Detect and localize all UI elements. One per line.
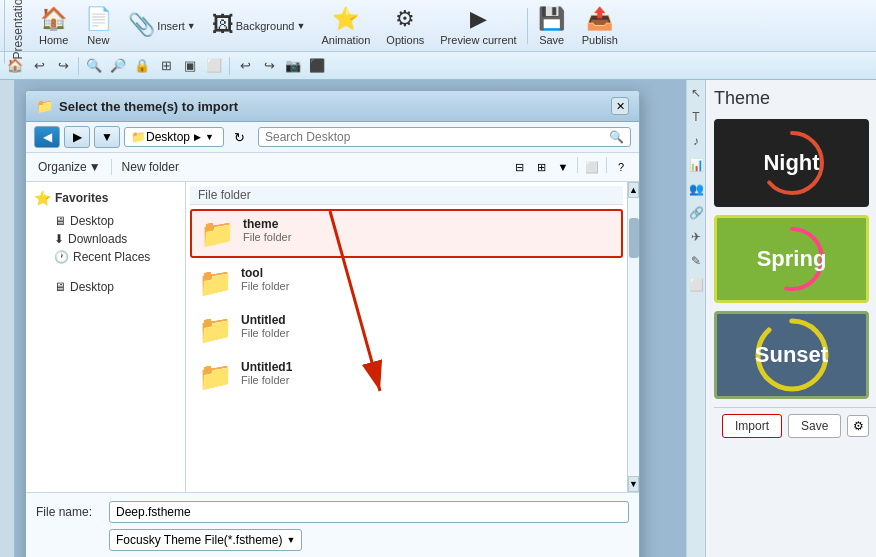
toolbar-insert[interactable]: 📎 Insert ▼ bbox=[120, 0, 203, 51]
nav-search-bar[interactable]: 🔍 bbox=[258, 127, 631, 147]
rp-music-icon[interactable]: ♪ bbox=[687, 132, 705, 150]
favorites-section[interactable]: ⭐ Favorites bbox=[34, 190, 177, 206]
nav-location-dropdown[interactable]: 📁 Desktop ▶ ▼ bbox=[124, 127, 224, 147]
filetype-value: Focusky Theme File(*.fstheme) bbox=[116, 533, 283, 547]
view-grid-icon[interactable]: ⊞ bbox=[531, 157, 551, 177]
save-icon: 💾 bbox=[538, 6, 565, 32]
new-folder-button[interactable]: New folder bbox=[118, 158, 183, 176]
nav-back-button[interactable]: ◀ bbox=[34, 126, 60, 148]
main-area: 📁 Select the theme(s) to import ✕ ◀ ▶ ▼ … bbox=[0, 80, 876, 557]
main-toolbar: Presentation 🏠 Home 📄 New 📎 Insert ▼ 🖼 B… bbox=[0, 0, 876, 52]
tb2-redo[interactable]: ↪ bbox=[258, 55, 280, 77]
toolbar-save-label: Save bbox=[539, 34, 564, 46]
file-item-theme[interactable]: 📁 theme File folder bbox=[190, 209, 623, 258]
import-button[interactable]: Import bbox=[722, 414, 782, 438]
file-item-untitled1[interactable]: 📁 Untitled1 File folder bbox=[190, 354, 623, 399]
toolbar-insert-label: Insert bbox=[157, 20, 185, 32]
tool-file-info: tool File folder bbox=[241, 266, 289, 292]
dialog-file-list: File folder 📁 theme File folder bbox=[186, 182, 627, 492]
rp-chart-icon[interactable]: 📊 bbox=[687, 156, 705, 174]
downloads-icon: ⬇ bbox=[54, 232, 64, 246]
toolbar-save[interactable]: 💾 Save bbox=[530, 0, 574, 51]
file-header-text: File folder bbox=[198, 188, 251, 202]
dialog-body: ⭐ Favorites 🖥 Desktop ⬇ Downloads 🕐 bbox=[26, 182, 639, 492]
toolbar-background-label: Background bbox=[236, 20, 295, 32]
nav-forward-button[interactable]: ▶ bbox=[64, 126, 90, 148]
tool-file-name: tool bbox=[241, 266, 289, 280]
help-icon[interactable]: ? bbox=[611, 157, 631, 177]
scrollbar-down-button[interactable]: ▼ bbox=[628, 476, 639, 492]
nav-refresh-button[interactable]: ↻ bbox=[228, 126, 250, 148]
new-folder-label: New folder bbox=[122, 160, 179, 174]
rp-frame-icon[interactable]: ⬜ bbox=[687, 276, 705, 294]
tb2-zoom-in[interactable]: 🔍 bbox=[83, 55, 105, 77]
night-label: Night bbox=[763, 150, 819, 176]
background-dropdown-arrow: ▼ bbox=[297, 21, 306, 31]
tree-item-downloads[interactable]: ⬇ Downloads bbox=[34, 230, 177, 248]
tb2-grid[interactable]: ⊞ bbox=[155, 55, 177, 77]
toolbar-home[interactable]: 🏠 Home bbox=[31, 0, 76, 51]
rp-people-icon[interactable]: 👥 bbox=[687, 180, 705, 198]
theme-gear-button[interactable]: ⚙ bbox=[847, 415, 869, 437]
tb2-lock[interactable]: 🔒 bbox=[131, 55, 153, 77]
publish-icon: 📤 bbox=[586, 6, 613, 32]
filetype-dropdown[interactable]: Focusky Theme File(*.fstheme) ▼ bbox=[109, 529, 302, 551]
dlg-view-icons: ⊟ ⊞ ▼ ⬜ ? bbox=[509, 157, 631, 177]
tb2-crop[interactable]: ⬛ bbox=[306, 55, 328, 77]
view-tiles-icon[interactable]: ⬜ bbox=[582, 157, 602, 177]
theme-save-button[interactable]: Save bbox=[788, 414, 841, 438]
toolbar-background[interactable]: 🖼 Background ▼ bbox=[204, 0, 314, 51]
new-icon: 📄 bbox=[85, 6, 112, 32]
tb2-forward[interactable]: ↪ bbox=[52, 55, 74, 77]
file-item-tool[interactable]: 📁 tool File folder bbox=[190, 260, 623, 305]
tree-item-recent[interactable]: 🕐 Recent Places bbox=[34, 248, 177, 266]
untitled-file-name: Untitled bbox=[241, 313, 289, 327]
search-icon: 🔍 bbox=[609, 130, 624, 144]
rp-edit-icon[interactable]: ✎ bbox=[687, 252, 705, 270]
theme-card-spring[interactable]: Spring bbox=[714, 215, 869, 303]
theme-card-sunset[interactable]: Sunset bbox=[714, 311, 869, 399]
scrollbar-thumb[interactable] bbox=[629, 218, 639, 258]
rp-link-icon[interactable]: 🔗 bbox=[687, 204, 705, 222]
tb2-undo[interactable]: ↩ bbox=[234, 55, 256, 77]
toolbar-new[interactable]: 📄 New bbox=[76, 0, 120, 51]
scrollbar-up-button[interactable]: ▲ bbox=[628, 182, 639, 198]
tree-item-desktop2[interactable]: 🖥 Desktop bbox=[34, 278, 177, 296]
toolbar-preview[interactable]: ▶ Preview current bbox=[432, 0, 524, 51]
home-icon: 🏠 bbox=[40, 6, 67, 32]
untitled1-folder-icon: 📁 bbox=[198, 360, 233, 393]
tb2-back[interactable]: ↩ bbox=[28, 55, 50, 77]
desktop2-icon: 🖥 bbox=[54, 280, 66, 294]
dialog-scrollbar[interactable]: ▲ ▼ bbox=[627, 182, 639, 492]
nav-search-input[interactable] bbox=[265, 130, 609, 144]
nav-recent-button[interactable]: ▼ bbox=[94, 126, 120, 148]
tb2-zoom-out[interactable]: 🔎 bbox=[107, 55, 129, 77]
untitled-file-type: File folder bbox=[241, 327, 289, 339]
dialog-close-button[interactable]: ✕ bbox=[611, 97, 629, 115]
toolbar-publish[interactable]: 📤 Publish bbox=[574, 0, 626, 51]
untitled-file-info: Untitled File folder bbox=[241, 313, 289, 339]
dialog-title-left: 📁 Select the theme(s) to import bbox=[36, 98, 238, 114]
toolbar-options[interactable]: ⚙ Options bbox=[378, 0, 432, 51]
right-panel-inner: ↖ T ♪ 📊 👥 🔗 ✈ ✎ ⬜ Theme Night bbox=[687, 80, 876, 557]
toolbar-animation[interactable]: ⭐ Animation bbox=[313, 0, 378, 51]
theme-panel: Theme Night Spring bbox=[706, 80, 876, 557]
tb2-camera[interactable]: 📷 bbox=[282, 55, 304, 77]
theme-card-night[interactable]: Night bbox=[714, 119, 869, 207]
favorites-star-icon: ⭐ bbox=[34, 190, 51, 206]
theme-file-type: File folder bbox=[243, 231, 291, 243]
rp-plane-icon[interactable]: ✈ bbox=[687, 228, 705, 246]
dialog-nav: ◀ ▶ ▼ 📁 Desktop ▶ ▼ ↻ 🔍 bbox=[26, 122, 639, 153]
view-list-icon[interactable]: ⊟ bbox=[509, 157, 529, 177]
tree-item-desktop[interactable]: 🖥 Desktop bbox=[34, 212, 177, 230]
tb2-frame2[interactable]: ⬜ bbox=[203, 55, 225, 77]
tb2-frame[interactable]: ▣ bbox=[179, 55, 201, 77]
view-dropdown-icon[interactable]: ▼ bbox=[553, 157, 573, 177]
rp-text-icon[interactable]: T bbox=[687, 108, 705, 126]
filename-input[interactable] bbox=[109, 501, 629, 523]
spring-label: Spring bbox=[757, 246, 827, 272]
organize-dropdown[interactable]: Organize ▼ bbox=[34, 158, 105, 176]
rp-cursor-icon[interactable]: ↖ bbox=[687, 84, 705, 102]
sunset-label: Sunset bbox=[755, 342, 828, 368]
file-item-untitled[interactable]: 📁 Untitled File folder bbox=[190, 307, 623, 352]
